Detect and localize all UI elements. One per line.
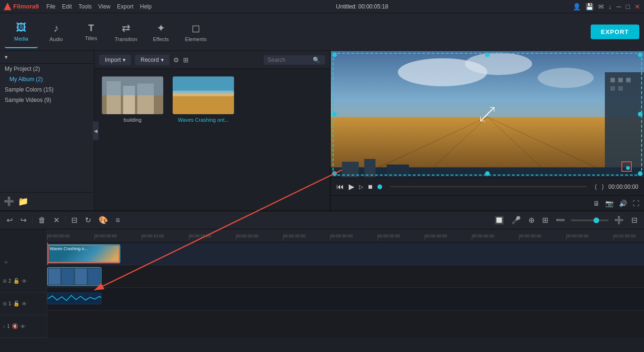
timeline-sidebar: + ⊞ 2 🔓 👁 ⊞ 1 🔓 👁 [0, 229, 47, 338]
tree-sample-colors[interactable]: Sample Colors (15) [0, 84, 94, 95]
play-btn-2[interactable]: ▷ [359, 184, 363, 190]
menu-help[interactable]: Help [140, 3, 152, 10]
corner-tm[interactable] [485, 52, 490, 57]
clip-waves-v2[interactable]: Waves Crashing o... [47, 244, 120, 263]
playhead[interactable] [47, 243, 48, 265]
bracket-in[interactable]: ⟨ [594, 183, 597, 191]
corner-ml[interactable] [332, 112, 337, 117]
mic-btn[interactable]: 🎤 [510, 215, 523, 226]
track-row-a1 [47, 288, 644, 310]
maximize-btn[interactable]: □ [626, 3, 630, 10]
minimize-btn[interactable]: ─ [617, 3, 621, 10]
grid-icon[interactable]: ⊞ [183, 56, 189, 64]
user-icon[interactable]: 👤 [573, 3, 581, 10]
export-button[interactable]: EXPORT [591, 25, 639, 39]
track-a1-lock[interactable]: 🔇 [12, 323, 18, 329]
undo-btn[interactable]: ↩ [5, 215, 15, 226]
tree-my-project[interactable]: My Project (2) [0, 64, 94, 74]
media-thumb-waves[interactable]: ⊞ ✓ Waves Crashing ont... [173, 76, 234, 203]
add-media-icon[interactable]: ➕ [4, 196, 14, 207]
corner-bm[interactable] [485, 171, 490, 176]
menu-tools[interactable]: Tools [78, 3, 92, 10]
corner-br[interactable] [638, 171, 643, 176]
tool-elements[interactable]: ◻ Elements [179, 16, 212, 48]
tree-my-album[interactable]: My Album (2) [0, 74, 94, 84]
record-button[interactable]: Record ▾ [135, 55, 169, 65]
menu-export[interactable]: Export [117, 3, 134, 10]
detach-btn[interactable]: ⊕ [527, 215, 536, 226]
pip-btn[interactable]: ⊞ [540, 215, 550, 226]
redo-btn[interactable]: ↪ [18, 215, 28, 226]
track-label-a1: ♪ 1 🔇 👁 [0, 315, 47, 338]
mail-icon[interactable]: ✉ [598, 3, 604, 10]
add-folder-icon[interactable]: 📁 [18, 196, 28, 207]
menu-edit[interactable]: Edit [62, 3, 72, 10]
ruler-line-3 [189, 236, 189, 240]
minus-btn[interactable]: ➖ [554, 215, 567, 226]
track-v1-eye[interactable]: 👁 [22, 301, 27, 307]
bracket-out[interactable]: ⟩ [602, 183, 604, 191]
zoom-handle[interactable] [594, 218, 599, 223]
tree-sample-videos[interactable]: Sample Videos (9) [0, 95, 94, 105]
corner-mr[interactable] [638, 112, 643, 117]
menu-view[interactable]: View [98, 3, 110, 10]
crop-btn[interactable]: ⊟ [69, 215, 79, 226]
track-v2-eye[interactable]: 👁 [22, 278, 27, 284]
svg-rect-17 [626, 78, 630, 82]
mini-corner[interactable] [626, 166, 630, 170]
download-icon[interactable]: ↓ [609, 3, 612, 10]
delete-btn[interactable]: 🗑 [36, 215, 48, 226]
fullscreen-icon[interactable]: ⛶ [633, 200, 639, 207]
svg-rect-8 [173, 91, 234, 96]
tool-titles[interactable]: T Titles [75, 16, 108, 48]
play-btn[interactable]: ▶ [349, 182, 354, 191]
elements-icon: ◻ [192, 22, 200, 34]
search-input[interactable] [268, 57, 310, 63]
rotate-btn[interactable]: ↻ [83, 215, 93, 226]
search-icon[interactable]: 🔍 [313, 57, 320, 63]
corner-bl[interactable] [332, 171, 337, 176]
tool-transition[interactable]: ⇄ Transition [109, 16, 142, 48]
toolbar-right: 🔲 🎤 ⊕ ⊞ ➖ ➕ ⊟ [493, 215, 639, 226]
track-a1-eye[interactable]: 👁 [20, 324, 25, 329]
audio-edit-btn[interactable]: ≡ [114, 215, 122, 226]
screenshot-icon[interactable]: 📷 [605, 200, 613, 207]
clip-v1[interactable] [47, 267, 101, 286]
media-thumb-building[interactable]: ⊞ ✓ building [102, 76, 163, 203]
cut-btn[interactable]: ✕ [51, 215, 61, 226]
speaker-icon[interactable]: 🔊 [619, 200, 627, 207]
corner-tl[interactable] [332, 52, 337, 57]
zoom-slider[interactable] [571, 219, 609, 221]
prev-frame-btn[interactable]: ⏮ [336, 183, 344, 191]
track-v2-num: 2 [8, 278, 11, 284]
add-track-btn[interactable]: + [0, 255, 47, 270]
svg-rect-16 [618, 78, 622, 82]
monitor-icon[interactable]: 🖥 [593, 200, 600, 207]
ruler-line-8 [425, 236, 425, 240]
menu-file[interactable]: File [46, 3, 55, 10]
tool-audio[interactable]: ♪ Audio [40, 16, 73, 48]
clip-a1[interactable] [47, 293, 101, 304]
filter-icon[interactable]: ⚙ [173, 56, 179, 64]
import-button[interactable]: Import ▾ [99, 55, 131, 65]
ruler-mark-0: 00:00:00:00 [47, 234, 70, 238]
audio-label: Audio [50, 36, 63, 42]
panel-collapse-btn[interactable]: ◀ [93, 121, 99, 140]
timeline-area: ↩ ↪ 🗑 ✕ ⊟ ↻ 🎨 ≡ 🔲 🎤 ⊕ ⊞ ➖ ➕ ⊟ + [0, 210, 644, 338]
snap-btn[interactable]: ⊟ [629, 215, 639, 226]
stop-btn[interactable]: ■ [368, 183, 373, 191]
zoom-control [571, 219, 609, 221]
color-btn[interactable]: 🎨 [97, 215, 110, 226]
panel-collapse[interactable]: ▾ [5, 54, 8, 60]
cloud-icon[interactable]: 💾 [585, 3, 594, 10]
clip-settings-btn[interactable]: 🔲 [493, 215, 506, 226]
tool-media[interactable]: 🖼 Media [5, 16, 38, 48]
track-v2-lock[interactable]: 🔓 [13, 278, 20, 284]
tool-effects[interactable]: ✦ Effects [144, 16, 177, 48]
track-v1-lock[interactable]: 🔓 [13, 301, 20, 307]
ruler-mark-6: 00:00:30:00 [330, 234, 353, 238]
plus-btn[interactable]: ➕ [612, 215, 626, 226]
ruler-line-4 [236, 236, 236, 240]
close-btn[interactable]: ✕ [635, 3, 640, 10]
corner-tr[interactable] [638, 52, 643, 57]
